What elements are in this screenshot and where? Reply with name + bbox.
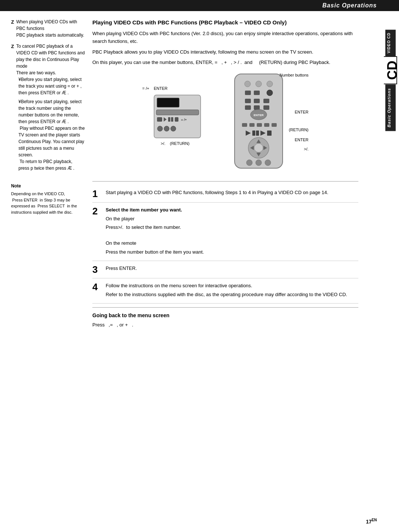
svg-rect-5 [168, 117, 170, 122]
svg-rect-22 [245, 105, 251, 110]
svg-point-15 [267, 81, 273, 87]
footer-text: Press ,= , or + . [92, 321, 358, 329]
step-4-num: 4 [92, 282, 101, 299]
player-svg: = /+ [153, 94, 201, 139]
svg-rect-7 [175, 117, 178, 122]
side-tab-video-cd: VIDEO CD [385, 30, 396, 56]
step-2-player-text: Press>/. to select the item number. [106, 224, 358, 231]
svg-point-13 [245, 81, 250, 87]
note-section: Note Depending on the VIDEO CD, Press EN… [11, 183, 85, 215]
svg-point-45 [265, 160, 271, 166]
step-2-player-label: On the player [106, 215, 358, 223]
step-4: 4 Follow the instructions on the menu sc… [92, 278, 358, 304]
steps-section: 1 Start playing a VIDEO CD with PBC func… [92, 181, 358, 304]
step-2-main: Select the item number you want. [106, 206, 358, 214]
svg-rect-21 [263, 99, 269, 103]
entry-1-text: When playing VIDEO CDs with PBC function… [16, 18, 85, 38]
svg-point-38 [254, 143, 263, 152]
svg-point-44 [256, 160, 262, 166]
svg-rect-16 [245, 91, 251, 95]
left-column: Z When playing VIDEO CDs with PBC functi… [11, 18, 85, 332]
diag-return-label: >/. (RETURN) [161, 140, 190, 147]
svg-rect-29 [257, 123, 262, 127]
step-4-main: Follow the instructions on the menu scre… [106, 282, 358, 289]
side-tab-cd-label: CD [384, 56, 397, 84]
page-number: 17EN [366, 518, 377, 525]
entry-2-text: To cancel PBC playback of a VIDEO CD wit… [16, 43, 85, 172]
svg-point-9 [164, 126, 169, 131]
svg-rect-17 [254, 91, 260, 95]
svg-point-10 [171, 126, 176, 131]
left-entry-1: Z When playing VIDEO CDs with PBC functi… [11, 18, 85, 38]
header-title: Basic Operations [322, 2, 377, 9]
remote-diagram: ENTER [220, 72, 308, 170]
svg-rect-36 [267, 131, 272, 136]
bullet-2: ¥Before you start playing, select the tr… [18, 98, 85, 172]
svg-rect-3 [157, 117, 162, 122]
svg-rect-28 [249, 123, 255, 127]
section-heading: Playing VIDEO CDs with PBC Functions (PB… [92, 18, 358, 26]
svg-rect-30 [264, 123, 269, 127]
diag-enter-label: = /+ ENTER [142, 85, 167, 92]
step-3-num: 3 [92, 265, 101, 274]
header-bar: Basic Operations [0, 0, 399, 11]
step-2-remote-label: On the remote [106, 240, 358, 247]
page-num-sup: EN [372, 518, 377, 522]
step-2-remote-text: Press the number button of the item you … [106, 248, 358, 256]
diag-enter-bottom: ENTER [295, 137, 308, 143]
step-1-num: 1 [92, 189, 101, 199]
para-2: PBC Playback allows you to play VIDEO CD… [92, 48, 358, 56]
svg-point-18 [267, 90, 273, 96]
z-label-1: Z [11, 18, 14, 38]
svg-text:ENTER: ENTER [253, 113, 263, 117]
player-diagram: = /+ ENTER [142, 72, 216, 168]
remote-svg: ENTER [231, 72, 286, 170]
diag-return-right: (RETURN) [289, 127, 308, 133]
step-3-text: Press ENTER. [106, 265, 358, 272]
svg-rect-1 [157, 98, 179, 107]
side-tab: VIDEO CD CD Basic Operations [382, 30, 399, 131]
step-4-content: Follow the instructions on the menu scre… [106, 282, 358, 299]
svg-rect-6 [171, 117, 173, 122]
step-2-num: 2 [92, 206, 101, 257]
step-3: 3 Press ENTER. [92, 261, 358, 278]
svg-point-14 [256, 81, 262, 87]
svg-rect-2 [156, 110, 199, 115]
svg-rect-23 [254, 105, 260, 110]
svg-rect-24 [263, 105, 269, 110]
svg-rect-31 [272, 123, 277, 127]
left-entry-2: Z To cancel PBC playback of a VIDEO CD w… [11, 43, 85, 172]
right-column: Playing VIDEO CDs with PBC Functions (PB… [92, 18, 358, 332]
step-3-content: Press ENTER. [106, 265, 358, 274]
footer-heading: Going back to the menu screen [92, 311, 358, 319]
svg-rect-19 [245, 99, 251, 103]
bullet-1: ¥Before you start playing, select the tr… [18, 76, 85, 96]
note-text: Depending on the VIDEO CD, Press ENTER i… [11, 191, 85, 215]
svg-rect-20 [254, 99, 260, 103]
step-2-content: Select the item number you want. On the … [106, 206, 358, 257]
svg-text:= /+: = /+ [181, 118, 187, 122]
main-content: Z When playing VIDEO CDs with PBC functi… [0, 11, 381, 339]
step-4-sub: Refer to the instructions supplied with … [106, 291, 358, 298]
step-1-content: Start playing a VIDEO CD with PBC functi… [106, 189, 358, 199]
svg-point-8 [157, 126, 163, 131]
svg-rect-34 [256, 131, 259, 136]
diag-slash-dot-right: >/. [304, 146, 308, 153]
side-tab-basic-ops: Basic Operations [385, 84, 396, 131]
step-1-text: Start playing a VIDEO CD with PBC functi… [106, 189, 358, 196]
para-1: When playing VIDEO CDs with PBC function… [92, 30, 358, 45]
note-label: Note [11, 183, 85, 189]
svg-rect-33 [252, 131, 255, 136]
page-num-value: 17 [366, 519, 372, 525]
step-2: 2 Select the item number you want. On th… [92, 203, 358, 261]
diag-enter-right: ENTER [295, 109, 308, 116]
step-1: 1 Start playing a VIDEO CD with PBC func… [92, 185, 358, 203]
z-label-2: Z [11, 43, 14, 172]
diag-number-btns: Number buttons [280, 72, 308, 79]
svg-rect-27 [242, 123, 247, 127]
diagram-area: = /+ ENTER [92, 72, 358, 176]
svg-point-43 [246, 160, 252, 166]
footer-section: Going back to the menu screen Press ,= ,… [92, 307, 358, 329]
para-3: On this player, you can use the number b… [92, 59, 358, 67]
